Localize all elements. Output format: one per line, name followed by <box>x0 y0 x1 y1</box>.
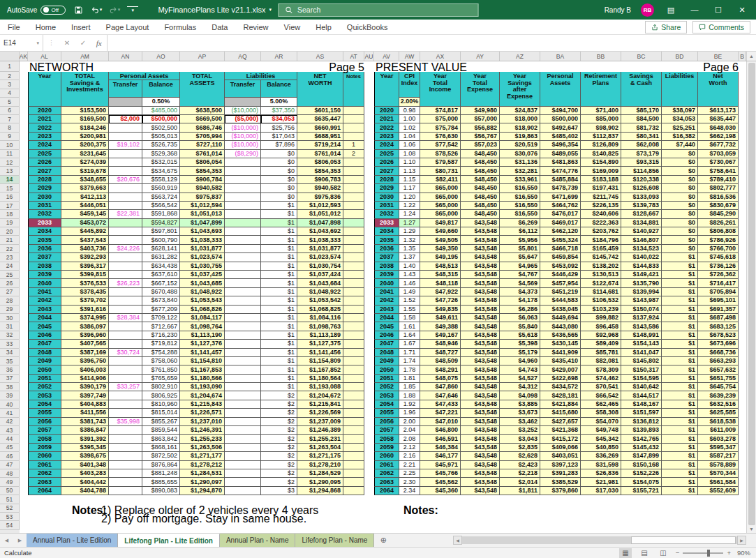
cell[interactable]: $1 <box>261 262 297 271</box>
cell[interactable]: $1,180,566 <box>180 375 225 383</box>
spacer-cell[interactable] <box>739 365 746 374</box>
cell[interactable]: $103,239 <box>581 306 621 314</box>
cell[interactable]: $1 <box>662 444 698 452</box>
cell[interactable]: $816,536 <box>698 193 739 202</box>
cell[interactable]: $529,368 <box>142 150 180 158</box>
cell[interactable]: $211,745 <box>581 193 621 202</box>
cell[interactable]: $85,000 <box>581 115 621 123</box>
cell[interactable] <box>225 357 261 365</box>
cell[interactable]: $99,882 <box>581 314 621 322</box>
spacer-cell[interactable] <box>739 271 746 279</box>
column-header[interactable]: AL <box>28 52 61 61</box>
spacer-cell[interactable] <box>20 349 28 357</box>
cell[interactable] <box>225 253 261 262</box>
table-header-cell[interactable]: YearSavingsafterExpense <box>500 72 540 107</box>
cell[interactable]: $2 <box>261 478 297 486</box>
cell[interactable]: $43,548 <box>461 236 500 244</box>
year-cell[interactable]: 2053 <box>28 391 61 400</box>
row-header[interactable]: 31 <box>0 322 20 331</box>
cell[interactable]: $403,736 <box>61 245 109 253</box>
spacer-cell[interactable] <box>739 219 746 227</box>
table-header-cell[interactable]: Balance <box>261 80 297 98</box>
spacer-cell[interactable] <box>364 296 374 305</box>
table-header-cell[interactable]: CPIIndex <box>399 72 420 98</box>
cell[interactable]: $31,598 <box>581 461 621 469</box>
cell[interactable]: $92,968 <box>581 331 621 340</box>
cell[interactable]: $1 <box>261 288 297 296</box>
table-header-cell[interactable]: RetirementPlans <box>581 72 621 107</box>
cell[interactable]: $1,246,391 <box>180 426 225 435</box>
spacer-cell[interactable] <box>20 245 28 253</box>
cell[interactable]: $391,392 <box>61 435 109 443</box>
cell[interactable]: $80,731 <box>420 167 461 175</box>
cell[interactable] <box>225 435 261 443</box>
cell[interactable]: $1,193,088 <box>297 383 343 391</box>
cell[interactable]: $112,837 <box>581 133 621 141</box>
cell[interactable]: $85,781 <box>581 349 621 357</box>
cell[interactable]: $563,724 <box>142 193 180 202</box>
cell[interactable]: $449,694 <box>540 314 581 322</box>
cpi-cell[interactable]: 1.00 <box>399 115 420 123</box>
cell[interactable]: $2 <box>261 391 297 400</box>
year-cell[interactable]: 2042 <box>374 296 399 305</box>
cell[interactable] <box>109 340 142 348</box>
spacer-cell[interactable] <box>20 391 28 400</box>
cell[interactable]: $43,548 <box>461 383 500 391</box>
cell[interactable]: $152,226 <box>621 469 662 478</box>
note-cell[interactable] <box>343 365 364 374</box>
cell[interactable] <box>109 202 142 210</box>
cell[interactable]: $96,458 <box>581 322 621 331</box>
spacer-cell[interactable] <box>20 409 28 417</box>
cell[interactable]: $396,317 <box>61 262 109 271</box>
cell[interactable]: $34,053 <box>662 115 698 123</box>
cell[interactable]: $407,565 <box>61 340 109 348</box>
cell[interactable]: $868,161 <box>142 444 180 452</box>
cell[interactable] <box>109 107 142 115</box>
spacer-cell[interactable] <box>739 210 746 218</box>
cell[interactable]: $1,043,685 <box>180 279 225 287</box>
scroll-up-icon[interactable]: ▲ <box>746 52 756 61</box>
minimize-icon[interactable]: — <box>688 6 702 14</box>
cell[interactable]: $71,400 <box>581 107 621 115</box>
enter-icon[interactable]: ✓ <box>80 39 86 47</box>
year-cell[interactable]: 2038 <box>28 262 61 271</box>
cell[interactable]: $1,038,333 <box>297 236 343 244</box>
rate-cell-blank[interactable] <box>225 98 261 106</box>
cell[interactable]: $1,215,841 <box>297 400 343 409</box>
spacer-cell[interactable] <box>20 400 28 409</box>
note-cell[interactable] <box>343 452 364 460</box>
column-header[interactable]: AY <box>461 52 500 61</box>
spacer-cell[interactable] <box>739 487 746 495</box>
table-header-cell[interactable]: Year <box>374 72 399 107</box>
cell[interactable]: $20,519 <box>500 141 540 149</box>
cell[interactable]: ($10,000) <box>225 141 261 149</box>
row-header[interactable]: 41 <box>0 409 20 417</box>
cell[interactable]: $597,801 <box>142 227 180 236</box>
cell[interactable]: $854,353 <box>297 167 343 175</box>
cell[interactable]: $2 <box>261 452 297 460</box>
cell[interactable]: $1 <box>662 253 698 262</box>
cell[interactable]: $505,013 <box>142 133 180 141</box>
year-cell[interactable]: 2027 <box>374 167 399 175</box>
cell[interactable]: $43,548 <box>461 357 500 365</box>
spacer-cell[interactable] <box>364 184 374 193</box>
cell[interactable]: $56,882 <box>461 123 500 132</box>
spacer-cell[interactable] <box>364 245 374 253</box>
cell[interactable]: $114,856 <box>621 167 662 175</box>
cell[interactable]: $673,840 <box>142 296 180 305</box>
cell[interactable]: $2,628 <box>500 452 540 460</box>
cell[interactable]: $678,523 <box>698 331 739 340</box>
cell[interactable]: $74,462 <box>581 375 621 383</box>
cell[interactable]: $427,657 <box>540 418 581 426</box>
cell[interactable] <box>109 409 142 417</box>
cell[interactable]: $673,696 <box>698 340 739 348</box>
cell[interactable]: $611,009 <box>698 426 739 435</box>
cell[interactable]: $43,548 <box>461 418 500 426</box>
cell[interactable]: $2,014 <box>500 478 540 486</box>
cell[interactable]: $398,675 <box>61 452 109 460</box>
cell[interactable]: $40,850 <box>581 444 621 452</box>
note-cell[interactable] <box>343 418 364 426</box>
cell[interactable] <box>225 210 261 218</box>
row-header[interactable]: 34 <box>0 349 20 357</box>
cell[interactable]: $668,736 <box>698 349 739 357</box>
